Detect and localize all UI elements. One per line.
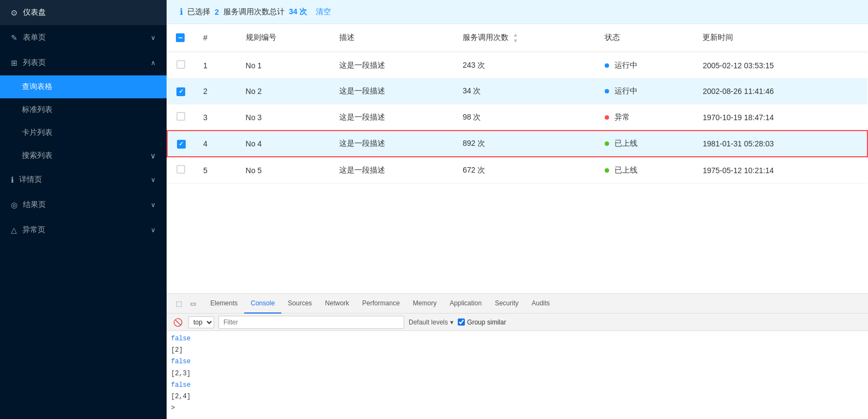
devtools-panel-icons: ⬚ ▭: [169, 297, 203, 310]
status-dot: [605, 89, 609, 93]
status-label: 已上线: [615, 139, 637, 147]
info-circle-icon: ℹ: [180, 7, 183, 17]
sidebar-item-label: 搜索列表: [22, 151, 52, 161]
chevron-down-icon: ∨: [151, 176, 156, 184]
row-checkbox[interactable]: [176, 60, 185, 69]
row-updated: 2005-02-12 03:53:15: [694, 52, 867, 79]
chevron-down-icon: ∨: [151, 226, 156, 234]
row-calls: 243 次: [454, 52, 597, 79]
clear-console-icon[interactable]: 🚫: [171, 316, 184, 329]
clear-button[interactable]: 清空: [316, 7, 331, 17]
header-checkbox-cell[interactable]: [167, 24, 194, 52]
console-prompt[interactable]: >: [171, 403, 864, 414]
row-id: 5: [194, 157, 237, 184]
group-similar-checkbox[interactable]: [458, 318, 465, 326]
sidebar: ⊙ 仪表盘 ✎ 表单页 ∨ ⊞ 列表页 ∧ 查询表格 标准列表 卡片列表 搜索列…: [0, 0, 167, 419]
sidebar-item-list-page[interactable]: ⊞ 列表页 ∧: [0, 50, 167, 75]
table-row[interactable]: 5 No 5 这是一段描述 672 次 已上线 1975-05-12 10:21…: [167, 157, 867, 184]
row-status: 运行中: [596, 79, 694, 104]
console-toolbar: 🚫 top Default levels ▾ Group similar: [167, 314, 868, 331]
console-line: false: [171, 356, 864, 368]
sidebar-item-label: 查询表格: [22, 82, 52, 92]
table-row[interactable]: 3 No 3 这是一段描述 98 次 异常 1970-10-19 18:47:1…: [167, 104, 867, 131]
table-row[interactable]: 1 No 1 这是一段描述 243 次 运行中 2005-02-12 03:53…: [167, 52, 867, 79]
status-dot: [605, 115, 609, 120]
console-filter-input[interactable]: [219, 316, 404, 329]
tab-performance[interactable]: Performance: [356, 294, 406, 314]
sidebar-item-label: 列表页: [23, 58, 46, 68]
chevron-up-icon: ∧: [151, 59, 156, 67]
row-updated: 2002-08-26 11:41:46: [694, 79, 867, 104]
sidebar-item-label: 异常页: [22, 225, 45, 235]
info-middle: 服务调用次数总计: [223, 7, 285, 17]
status-dot: [605, 141, 609, 146]
sidebar-item-detail-page[interactable]: ℹ 详情页 ∨: [0, 167, 167, 192]
row-checkbox-cell[interactable]: [167, 131, 194, 157]
row-status: 已上线: [596, 157, 694, 184]
sidebar-item-standard-list[interactable]: 标准列表: [0, 98, 167, 121]
sidebar-item-form-page[interactable]: ✎ 表单页 ∨: [0, 25, 167, 50]
table-row[interactable]: 2 No 2 这是一段描述 34 次 运行中 2002-08-26 11:41:…: [167, 79, 867, 104]
row-updated: 1981-01-31 05:28:03: [694, 131, 867, 157]
tab-audits[interactable]: Audits: [525, 294, 556, 314]
row-id: 3: [194, 104, 237, 131]
selected-count: 2: [215, 8, 219, 16]
context-selector[interactable]: top: [188, 316, 214, 328]
tab-sources[interactable]: Sources: [281, 294, 318, 314]
row-checkbox-cell[interactable]: [167, 157, 194, 184]
sidebar-item-search-list[interactable]: 搜索列表 ∨: [0, 144, 167, 167]
status-label: 运行中: [615, 61, 637, 69]
tab-console[interactable]: Console: [244, 294, 281, 314]
circle-check-icon: ◎: [11, 200, 17, 209]
sidebar-item-dashboard[interactable]: ⊙ 仪表盘: [0, 0, 167, 25]
device-toggle-icon[interactable]: ▭: [186, 297, 199, 310]
group-similar-label[interactable]: Group similar: [458, 318, 506, 326]
col-header-desc: 描述: [330, 24, 454, 52]
row-checkbox[interactable]: [176, 165, 185, 174]
row-status: 运行中: [596, 52, 694, 79]
sidebar-item-label: 结果页: [23, 200, 46, 210]
row-checkbox-cell[interactable]: [167, 52, 194, 79]
sidebar-item-exception-page[interactable]: △ 异常页 ∨: [0, 217, 167, 243]
row-desc: 这是一段描述: [330, 104, 454, 131]
levels-dropdown-icon: ▾: [450, 318, 453, 326]
row-num: No 3: [237, 104, 330, 131]
devtools-tabs: Elements Console Sources Network Perform…: [204, 294, 557, 314]
console-output: false[2]false[2,3]false[2,4]>: [167, 331, 868, 419]
chevron-down-icon: ∨: [151, 201, 156, 209]
col-header-calls[interactable]: 服务调用次数 ▲▼: [454, 24, 597, 52]
row-num: No 5: [237, 157, 330, 184]
sidebar-item-card-list[interactable]: 卡片列表: [0, 121, 167, 144]
console-line: [2,4]: [171, 391, 864, 403]
sidebar-item-label: 仪表盘: [23, 8, 46, 17]
tab-elements[interactable]: Elements: [204, 294, 244, 314]
info-bar: ℹ 已选择 2 服务调用次数总计 34 次 清空: [167, 0, 868, 24]
row-checkbox[interactable]: [176, 112, 185, 121]
row-checkbox[interactable]: [176, 87, 185, 96]
log-levels-button[interactable]: Default levels ▾: [409, 318, 453, 326]
warning-icon: △: [11, 226, 17, 234]
tab-memory[interactable]: Memory: [406, 294, 443, 314]
tab-application[interactable]: Application: [443, 294, 488, 314]
row-updated: 1970-10-19 18:47:14: [694, 104, 867, 131]
row-updated: 1975-05-12 10:21:14: [694, 157, 867, 184]
row-checkbox-cell[interactable]: [167, 79, 194, 104]
tab-security[interactable]: Security: [488, 294, 525, 314]
table-row[interactable]: 4 No 4 这是一段描述 892 次 已上线 1981-01-31 05:28…: [167, 131, 867, 157]
row-checkbox-cell[interactable]: [167, 104, 194, 131]
select-all-checkbox[interactable]: [176, 33, 185, 42]
sidebar-item-query-table[interactable]: 查询表格: [0, 75, 167, 98]
levels-label: Default levels: [409, 318, 448, 326]
col-header-status: 状态: [596, 24, 694, 52]
sidebar-item-result-page[interactable]: ◎ 结果页 ∨: [0, 192, 167, 217]
console-line: [2,3]: [171, 368, 864, 380]
row-status: 异常: [596, 104, 694, 131]
inspect-element-icon[interactable]: ⬚: [172, 297, 185, 310]
tab-network[interactable]: Network: [318, 294, 356, 314]
table-area: ℹ 已选择 2 服务调用次数总计 34 次 清空 # 规则编号 描述: [167, 0, 868, 293]
row-checkbox[interactable]: [177, 140, 186, 149]
col-header-num: #: [194, 24, 237, 52]
chevron-down-icon: ∨: [151, 34, 156, 42]
status-label: 已上线: [615, 166, 637, 174]
group-similar-text: Group similar: [467, 318, 506, 326]
